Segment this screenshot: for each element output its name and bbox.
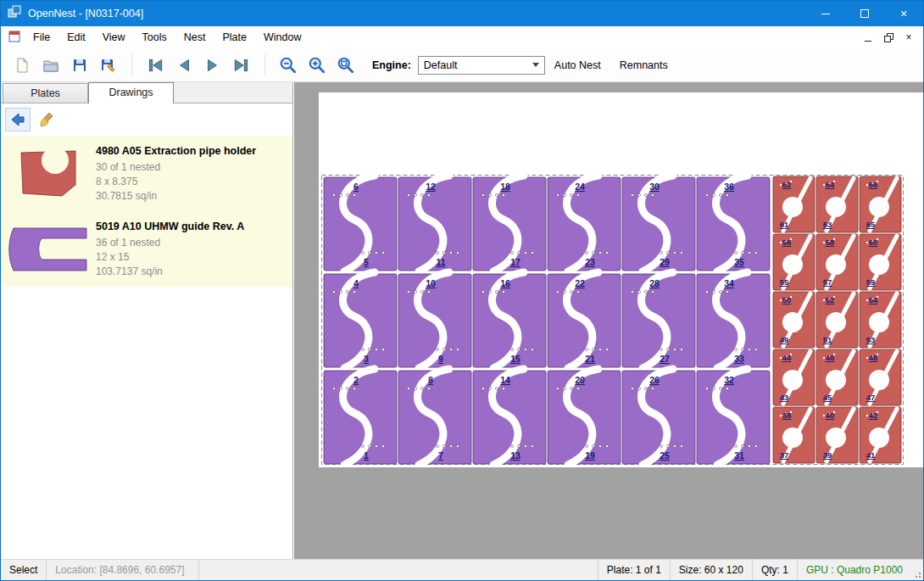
nest-part-pair-red[interactable]: 5453: [860, 292, 901, 348]
first-plate-button[interactable]: [141, 51, 170, 80]
nest-part-pair-purple[interactable]: 109: [398, 272, 471, 368]
nest-part-pair-red[interactable]: 6665: [860, 176, 901, 232]
nest-part-pair-purple[interactable]: 1413: [473, 369, 546, 465]
engine-select[interactable]: Default: [418, 56, 545, 75]
maximize-button[interactable]: [845, 1, 884, 26]
nest-part-pair-purple[interactable]: 1817: [473, 176, 546, 271]
nest-part-pair-purple[interactable]: 1615: [473, 272, 546, 368]
next-plate-button[interactable]: [198, 51, 227, 80]
nest-part-pair-purple[interactable]: 2625: [622, 369, 695, 465]
new-button[interactable]: [8, 51, 36, 80]
menu-item-edit[interactable]: Edit: [58, 26, 94, 48]
nest-part-pair-red[interactable]: 5655: [773, 234, 815, 290]
nest-part-pair-purple[interactable]: 3433: [697, 272, 770, 368]
nest-part-pair-red[interactable]: 4443: [773, 349, 815, 405]
previous-plate-button[interactable]: [170, 51, 198, 80]
tab-drawings[interactable]: Drawings: [88, 82, 174, 103]
nest-part-pair-red[interactable]: 4039: [816, 407, 858, 463]
menu-item-tools[interactable]: Tools: [134, 26, 175, 48]
nest-part-pair-purple[interactable]: 21: [324, 369, 397, 465]
drawing-size: 12 x 15: [96, 250, 244, 265]
part-shape-purple: [9, 228, 86, 271]
svg-text:51: 51: [823, 335, 832, 344]
return-to-plates-button[interactable]: [5, 108, 31, 131]
svg-text:22: 22: [575, 278, 585, 288]
svg-text:35: 35: [734, 257, 744, 267]
nest-part-pair-purple[interactable]: 43: [324, 272, 397, 368]
resize-grip[interactable]: [911, 560, 923, 580]
tab-plates[interactable]: Plates: [3, 83, 88, 103]
nest-part-pair-purple[interactable]: 3635: [697, 176, 770, 271]
nest-part-pair-red[interactable]: 4645: [816, 349, 858, 405]
nest-part-pair-purple[interactable]: 65: [324, 176, 397, 271]
nest-part-pair-red[interactable]: 5049: [773, 292, 815, 348]
svg-text:6: 6: [353, 182, 359, 192]
drawing-area: 30.7815 sq/in: [96, 189, 256, 204]
menu-item-nest[interactable]: Nest: [175, 26, 214, 48]
svg-text:17: 17: [510, 257, 520, 267]
nest-part-pair-red[interactable]: 6463: [816, 176, 858, 232]
nest-part-pair-purple[interactable]: 2423: [548, 176, 621, 271]
nest-part-pair-purple[interactable]: 2221: [548, 272, 621, 368]
menu-item-file[interactable]: File: [25, 26, 58, 48]
menu-item-plate[interactable]: Plate: [214, 26, 255, 48]
drawing-item-uhmw-guide[interactable]: 5019 A10 UHMW guide Rev. A 36 of 1 neste…: [1, 211, 292, 287]
nest-part-pair-purple[interactable]: 87: [398, 369, 471, 465]
menu-bar: File Edit View Tools Nest Plate Window ×: [1, 26, 923, 48]
drawings-toolbar: [1, 103, 292, 136]
drawing-thumbnail: [6, 143, 91, 204]
zoom-in-button[interactable]: [303, 51, 331, 80]
mdi-close-button[interactable]: ×: [899, 30, 918, 45]
svg-text:8: 8: [428, 375, 433, 385]
toolbar-separator: [131, 54, 132, 76]
drawing-item-extraction-pipe-holder[interactable]: 4980 A05 Extraction pipe holder 30 of 1 …: [1, 136, 292, 211]
save-button[interactable]: [65, 51, 94, 80]
svg-text:29: 29: [660, 257, 670, 267]
nest-part-pair-red[interactable]: 6059: [860, 234, 901, 290]
svg-text:33: 33: [734, 354, 744, 364]
plate[interactable]: 65 1211 1817 2423 3029 3635: [321, 175, 904, 465]
zoom-out-button[interactable]: [274, 51, 303, 80]
status-gpu: GPU : Quadro P1000: [797, 560, 911, 580]
document-icon[interactable]: [8, 30, 21, 46]
menu-item-window[interactable]: Window: [255, 26, 309, 48]
nest-part-pair-red[interactable]: 5857: [816, 234, 858, 290]
nest-part-pair-red[interactable]: 4847: [860, 349, 901, 405]
zoom-out-icon: [279, 56, 298, 75]
svg-text:21: 21: [585, 354, 595, 364]
nest-part-pair-red[interactable]: 6261: [773, 176, 815, 232]
nest-canvas[interactable]: 65 1211 1817 2423 3029 3635: [294, 82, 923, 559]
svg-text:40: 40: [826, 411, 835, 420]
auto-nest-button[interactable]: Auto Nest: [545, 49, 610, 81]
engine-selected-value: Default: [424, 59, 458, 71]
new-file-icon: [14, 57, 31, 74]
svg-text:3: 3: [364, 354, 369, 364]
mdi-minimize-button[interactable]: [859, 30, 877, 45]
svg-text:65: 65: [866, 220, 876, 229]
minimize-button[interactable]: [806, 1, 845, 26]
toolbar-separator: [264, 54, 265, 76]
menu-item-view[interactable]: View: [94, 26, 134, 48]
nest-part-pair-purple[interactable]: 1211: [398, 176, 471, 271]
svg-text:42: 42: [869, 411, 878, 420]
zoom-fit-button[interactable]: [331, 51, 360, 80]
nest-part-pair-red[interactable]: 3837: [773, 407, 815, 463]
svg-text:46: 46: [826, 353, 835, 362]
svg-text:5: 5: [364, 257, 369, 267]
nest-part-pair-red[interactable]: 5251: [816, 292, 858, 348]
last-plate-button[interactable]: [227, 51, 256, 80]
nest-part-pair-purple[interactable]: 3231: [697, 369, 770, 465]
nest-part-pair-red[interactable]: 4241: [860, 407, 901, 463]
clear-drawings-button[interactable]: [34, 108, 59, 131]
nest-part-pair-purple[interactable]: 2827: [622, 272, 695, 368]
close-button[interactable]: ×: [884, 1, 923, 26]
nest-part-pair-purple[interactable]: 2019: [548, 369, 621, 465]
svg-text:2: 2: [353, 375, 359, 385]
mdi-restore-button[interactable]: [879, 30, 898, 45]
svg-text:41: 41: [866, 450, 876, 460]
save-as-button[interactable]: [94, 51, 123, 80]
remnants-button[interactable]: Remnants: [610, 49, 677, 81]
nest-part-pair-purple[interactable]: 3029: [622, 176, 695, 271]
open-button[interactable]: [36, 51, 65, 80]
open-folder-icon: [42, 57, 59, 74]
